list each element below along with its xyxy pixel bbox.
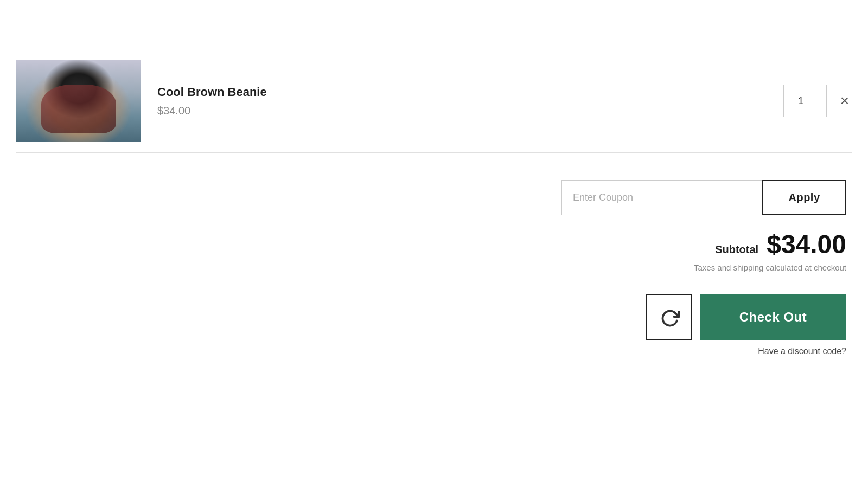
subtotal-label: Subtotal (715, 243, 758, 256)
cart-item: Cool Brown Beanie $34.00 × (16, 49, 852, 153)
remove-item-button[interactable]: × (838, 89, 852, 112)
refresh-icon (660, 309, 678, 326)
product-price: $34.00 (157, 105, 783, 117)
checkout-button[interactable]: Check Out (700, 294, 846, 340)
quantity-input[interactable] (783, 85, 827, 117)
product-info: Cool Brown Beanie $34.00 (141, 85, 783, 117)
cart-summary: Apply Subtotal $34.00 Taxes and shipping… (16, 180, 852, 356)
update-cart-button[interactable] (646, 294, 692, 340)
coupon-row: Apply (561, 180, 846, 215)
discount-code-text: Have a discount code? (758, 346, 846, 356)
page-container: Cool Brown Beanie $34.00 × Apply Subtota… (0, 49, 868, 488)
cart-item-actions: × (783, 85, 852, 117)
apply-coupon-button[interactable]: Apply (762, 180, 846, 215)
product-image (16, 60, 141, 142)
subtotal-row: Subtotal $34.00 (715, 232, 846, 258)
product-image-container (16, 60, 141, 142)
coupon-input[interactable] (561, 180, 762, 215)
product-name: Cool Brown Beanie (157, 85, 783, 99)
action-buttons-row: Check Out (646, 294, 846, 340)
close-icon: × (840, 92, 849, 110)
tax-notice: Taxes and shipping calculated at checkou… (694, 263, 846, 272)
subtotal-amount: $34.00 (767, 232, 846, 258)
